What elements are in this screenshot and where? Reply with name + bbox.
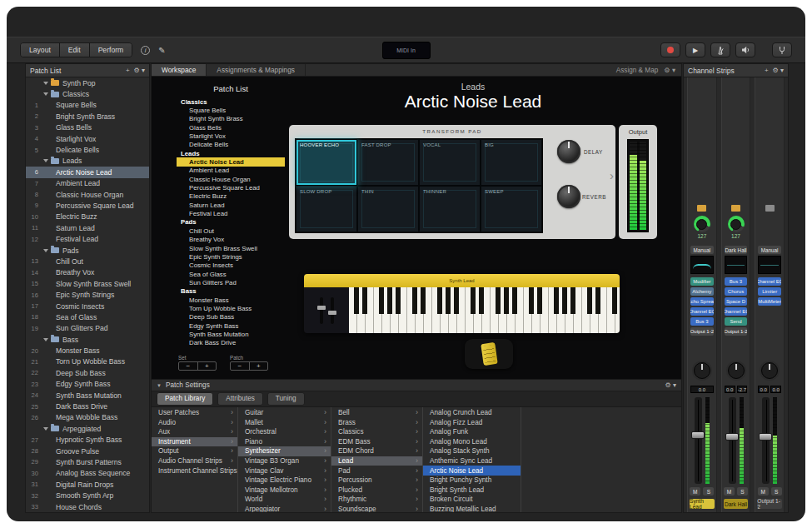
strip-slot-button[interactable]: Echo Spread xyxy=(690,297,714,306)
patch-list-gear-icon[interactable]: ⚙ ▾ xyxy=(134,67,145,74)
workspace-patch-item[interactable]: Saturn Lead xyxy=(177,201,285,209)
wah-pedal[interactable] xyxy=(465,339,513,369)
workspace-patch-item[interactable]: Breathy Vox xyxy=(177,236,285,244)
eq-display[interactable] xyxy=(758,256,781,274)
mode-button[interactable]: Perform xyxy=(90,43,132,57)
workspace-patch-item[interactable]: Classic House Organ xyxy=(177,175,285,183)
patch-list-row[interactable]: 30 Analog Bass Sequence xyxy=(26,468,149,479)
disclosure-triangle-icon[interactable]: ▼ xyxy=(157,383,162,388)
transform-pad-cell[interactable]: BIG xyxy=(481,139,542,186)
workspace-patch-item[interactable]: Starlight Vox xyxy=(177,132,285,140)
library-item[interactable]: EDM Chord› xyxy=(331,446,422,456)
workspace-patch-item[interactable]: Torn Up Wobble Bass xyxy=(177,304,285,312)
patch-list-row[interactable]: 24 Synth Bass Mutation xyxy=(26,390,149,401)
transform-pad-cell[interactable]: SWEEP xyxy=(481,186,542,232)
workspace-tab[interactable]: Assignments & Mappings xyxy=(207,64,306,76)
library-item[interactable]: Arpeggiator› xyxy=(238,504,331,512)
library-item[interactable]: Bell› xyxy=(331,408,422,418)
channel-strips-gear-icon[interactable]: ⚙ ▾ xyxy=(773,67,784,74)
pan-knob[interactable] xyxy=(761,362,778,379)
library-item[interactable]: Instrument› xyxy=(152,437,237,447)
patch-list-row[interactable]: 3 Glass Bells xyxy=(26,122,149,133)
library-item[interactable]: Orchestral› xyxy=(238,427,331,437)
workspace-patch-item[interactable]: Deep Sub Bass xyxy=(177,313,285,321)
transform-pad-cell[interactable]: FAST DROP xyxy=(357,139,419,186)
strip-slot-button[interactable]: Alchemy xyxy=(690,287,714,296)
library-item[interactable]: Synthesizer› xyxy=(238,446,331,456)
library-item[interactable]: Vintage Mellotron› xyxy=(238,485,331,495)
reverb-knob[interactable] xyxy=(557,185,580,208)
patch-list-row[interactable]: 26 Mega Wobble Bass xyxy=(26,412,149,423)
patch-list-row[interactable]: Pads xyxy=(26,245,149,256)
patch-list-row[interactable]: Bass xyxy=(26,334,149,345)
disclosure-triangle-icon[interactable] xyxy=(43,249,48,252)
patch-list-row[interactable]: 21 Torn Up Wobble Bass xyxy=(26,356,149,367)
workspace-patch-item[interactable]: Glass Bells xyxy=(177,123,285,132)
eq-display[interactable] xyxy=(725,256,748,274)
eq-display[interactable] xyxy=(690,256,714,274)
mode-button[interactable]: Edit xyxy=(60,43,90,57)
patch-list-row[interactable]: 18 Sea of Glass xyxy=(26,311,149,322)
library-item[interactable]: Mallet› xyxy=(238,418,331,428)
strip-slot-button[interactable]: Output 1-2 xyxy=(725,327,748,336)
stepper-plus-button[interactable]: + xyxy=(198,362,217,370)
strip-slot-button[interactable]: Bus 3 xyxy=(690,317,714,326)
patch-list-row[interactable]: Classics xyxy=(26,88,149,99)
strip-slot-button[interactable]: Channel EQ xyxy=(690,307,714,316)
patch-list-row[interactable]: 27 Hypnotic Synth Bass xyxy=(26,435,149,446)
patch-list-row[interactable]: 29 Synth Burst Patterns xyxy=(26,456,149,467)
library-item[interactable]: Vintage Clav› xyxy=(238,466,331,476)
transform-pad-cell[interactable]: THIN xyxy=(357,186,419,232)
solo-button[interactable]: S xyxy=(703,487,714,496)
workspace-patch-item[interactable]: Leads xyxy=(177,149,285,157)
fader-handle[interactable] xyxy=(691,431,705,439)
add-channel-strip-button[interactable]: + xyxy=(765,67,769,74)
patch-list-row[interactable]: 32 Smooth Synth Arp xyxy=(26,490,149,501)
assign-map-button[interactable]: Assign & Map xyxy=(616,67,659,74)
play-button[interactable]: ▶ xyxy=(685,42,705,57)
mute-button[interactable]: M xyxy=(690,487,700,496)
workspace-patch-item[interactable]: Synth Bass Mutation xyxy=(177,330,285,338)
patch-list-row[interactable]: Synth Pop xyxy=(26,77,149,88)
delay-knob[interactable] xyxy=(557,140,580,163)
library-item[interactable]: Piano› xyxy=(238,437,331,447)
workspace-patch-item[interactable]: Sea of Glass xyxy=(177,270,285,278)
midi-level-knob[interactable]: 127 xyxy=(722,216,750,239)
library-item[interactable]: World› xyxy=(238,495,331,505)
library-item[interactable]: Vintage Electric Piano› xyxy=(238,476,331,486)
patch-list-row[interactable]: 12 Festival Lead xyxy=(26,233,149,244)
workspace-patch-item[interactable]: Bright Synth Brass xyxy=(177,115,285,123)
workspace-patch-item[interactable]: Pads xyxy=(177,218,285,227)
pedal-footplate[interactable] xyxy=(481,342,497,366)
stepper-minus-button[interactable]: − xyxy=(179,362,198,370)
library-item[interactable]: Aux› xyxy=(152,427,237,437)
library-item[interactable]: Broken Circuit› xyxy=(423,495,521,505)
library-item[interactable]: Bright Punchy Synth› xyxy=(423,476,521,486)
library-item[interactable]: Buzzing Metallic Lead› xyxy=(423,504,521,512)
disclosure-triangle-icon[interactable] xyxy=(43,159,48,162)
patch-list-row[interactable]: 22 Deep Sub Bass xyxy=(26,367,149,378)
master-volume-button[interactable] xyxy=(735,42,755,57)
workspace-patch-item[interactable]: Festival Lead xyxy=(177,209,285,217)
keyboard-keys[interactable] xyxy=(349,287,620,333)
patch-list-row[interactable]: 17 Cosmic Insects xyxy=(26,301,149,311)
black-keys[interactable] xyxy=(349,287,620,314)
library-item[interactable]: Analog Fizz Lead› xyxy=(423,418,521,428)
stepper-plus-button[interactable]: + xyxy=(250,362,268,370)
library-item[interactable]: Soundscape› xyxy=(331,504,422,512)
metronome-button[interactable] xyxy=(710,42,730,57)
tuner-button[interactable] xyxy=(772,42,792,57)
strip-slot-button[interactable]: Space D xyxy=(725,297,748,306)
strip-slot-button[interactable]: Modifier xyxy=(690,277,714,286)
library-item[interactable]: Guitar› xyxy=(238,408,331,418)
library-item[interactable]: Lead› xyxy=(331,456,422,466)
strip-slot-button[interactable]: Channel EQ xyxy=(758,277,781,286)
patch-list-row[interactable]: 19 Sun Glitters Pad xyxy=(26,323,149,334)
library-tab[interactable]: Attributes xyxy=(217,392,263,406)
library-item[interactable]: Anthemic Sync Lead› xyxy=(423,456,521,466)
library-item[interactable]: Analog Stack Synth› xyxy=(423,446,521,456)
library-item[interactable]: Arctic Noise Lead› xyxy=(423,466,521,476)
strip-slot-button[interactable]: Output 1-2 xyxy=(690,327,714,336)
library-tab[interactable]: Patch Library xyxy=(157,392,213,406)
patch-list-row[interactable]: 20 Monster Bass xyxy=(26,345,149,356)
